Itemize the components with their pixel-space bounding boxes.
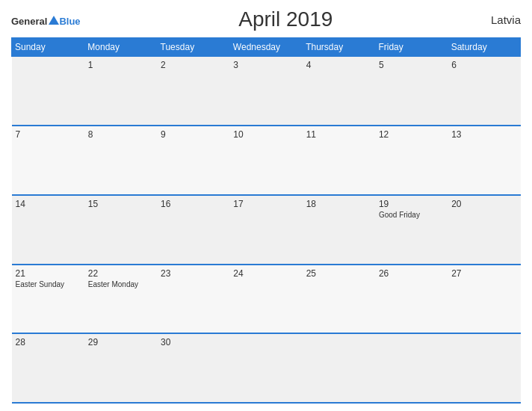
holiday-label: Good Friday bbox=[379, 211, 444, 219]
calendar-day-cell: 7 bbox=[12, 126, 84, 195]
day-number: 6 bbox=[451, 60, 516, 70]
day-number: 2 bbox=[161, 60, 226, 70]
day-number: 9 bbox=[161, 129, 226, 140]
day-number: 20 bbox=[451, 199, 516, 209]
calendar-header-row: SundayMondayTuesdayWednesdayThursdayFrid… bbox=[12, 38, 521, 57]
calendar-day-cell: 13 bbox=[448, 126, 520, 195]
calendar-day-cell: 22Easter Monday bbox=[84, 265, 157, 334]
calendar-title: April 2019 bbox=[238, 7, 332, 31]
calendar-table: SundayMondayTuesdayWednesdayThursdayFrid… bbox=[11, 37, 521, 404]
calendar-day-cell: 24 bbox=[229, 265, 302, 334]
calendar-day-header: Thursday bbox=[303, 38, 375, 57]
day-number: 16 bbox=[161, 199, 226, 209]
calendar-day-cell: 17 bbox=[229, 195, 302, 265]
calendar-week-row: 78910111213 bbox=[12, 126, 521, 195]
day-number: 5 bbox=[379, 60, 444, 70]
day-number: 28 bbox=[16, 337, 81, 347]
day-number: 18 bbox=[306, 199, 371, 209]
day-number: 8 bbox=[88, 129, 153, 140]
calendar-day-cell: 8 bbox=[84, 126, 157, 195]
calendar-day-cell: 3 bbox=[229, 57, 302, 126]
calendar-day-cell: 20 bbox=[448, 195, 520, 265]
day-number: 27 bbox=[451, 268, 516, 279]
calendar-week-row: 282930 bbox=[12, 333, 521, 403]
calendar-day-header: Friday bbox=[375, 38, 448, 57]
calendar-day-cell: 5 bbox=[375, 57, 448, 126]
day-number: 13 bbox=[451, 129, 516, 140]
calendar-day-cell bbox=[448, 333, 520, 403]
calendar-day-cell: 27 bbox=[448, 265, 520, 334]
day-number: 11 bbox=[306, 129, 371, 140]
calendar-week-row: 21Easter Sunday22Easter Monday2324252627 bbox=[12, 265, 521, 334]
calendar-day-header: Wednesday bbox=[229, 38, 302, 57]
calendar-day-cell bbox=[303, 333, 375, 403]
calendar-week-row: 123456 bbox=[12, 57, 521, 126]
calendar-day-cell: 12 bbox=[375, 126, 448, 195]
logo: General Blue bbox=[11, 13, 81, 26]
day-number: 15 bbox=[88, 199, 153, 209]
calendar-day-cell: 29 bbox=[84, 333, 157, 403]
day-number: 3 bbox=[233, 60, 298, 70]
calendar-day-cell: 14 bbox=[12, 195, 84, 265]
day-number: 21 bbox=[16, 268, 81, 279]
calendar-day-cell: 26 bbox=[375, 265, 448, 334]
calendar-day-cell: 28 bbox=[12, 333, 84, 403]
calendar-day-cell: 2 bbox=[157, 57, 229, 126]
calendar-day-header: Saturday bbox=[448, 38, 520, 57]
day-number: 26 bbox=[379, 268, 444, 279]
page-header: General Blue April 2019 Latvia bbox=[11, 7, 521, 31]
logo-general-text: General bbox=[11, 16, 47, 26]
calendar-day-cell: 6 bbox=[448, 57, 520, 126]
calendar-day-cell bbox=[12, 57, 84, 126]
calendar-day-cell: 21Easter Sunday bbox=[12, 265, 84, 334]
calendar-day-cell: 9 bbox=[157, 126, 229, 195]
day-number: 22 bbox=[88, 268, 153, 279]
calendar-day-cell: 10 bbox=[229, 126, 302, 195]
calendar-day-cell: 19Good Friday bbox=[375, 195, 448, 265]
calendar-day-cell: 25 bbox=[303, 265, 375, 334]
country-name: Latvia bbox=[491, 13, 521, 26]
day-number: 30 bbox=[161, 337, 226, 347]
calendar-day-cell: 23 bbox=[157, 265, 229, 334]
logo-triangle-icon bbox=[49, 16, 59, 25]
calendar-day-cell: 1 bbox=[84, 57, 157, 126]
calendar-week-row: 141516171819Good Friday20 bbox=[12, 195, 521, 265]
day-number: 1 bbox=[88, 60, 153, 70]
day-number: 23 bbox=[161, 268, 226, 279]
holiday-label: Easter Sunday bbox=[16, 280, 81, 288]
day-number: 4 bbox=[306, 60, 371, 70]
calendar-day-cell: 4 bbox=[303, 57, 375, 126]
day-number: 17 bbox=[233, 199, 298, 209]
calendar-day-cell bbox=[375, 333, 448, 403]
calendar-day-cell bbox=[229, 333, 302, 403]
calendar-day-header: Tuesday bbox=[157, 38, 229, 57]
day-number: 25 bbox=[306, 268, 371, 279]
calendar-day-cell: 16 bbox=[157, 195, 229, 265]
day-number: 29 bbox=[88, 337, 153, 347]
day-number: 19 bbox=[379, 199, 444, 209]
day-number: 24 bbox=[233, 268, 298, 279]
day-number: 7 bbox=[16, 129, 81, 140]
calendar-day-header: Sunday bbox=[12, 38, 84, 57]
calendar-day-cell: 30 bbox=[157, 333, 229, 403]
holiday-label: Easter Monday bbox=[88, 280, 153, 288]
day-number: 10 bbox=[233, 129, 298, 140]
day-number: 12 bbox=[379, 129, 444, 140]
day-number: 14 bbox=[16, 199, 81, 209]
calendar-day-cell: 15 bbox=[84, 195, 157, 265]
logo-blue-text: Blue bbox=[59, 16, 80, 26]
calendar-day-cell: 11 bbox=[303, 126, 375, 195]
calendar-day-header: Monday bbox=[84, 38, 157, 57]
calendar-day-cell: 18 bbox=[303, 195, 375, 265]
